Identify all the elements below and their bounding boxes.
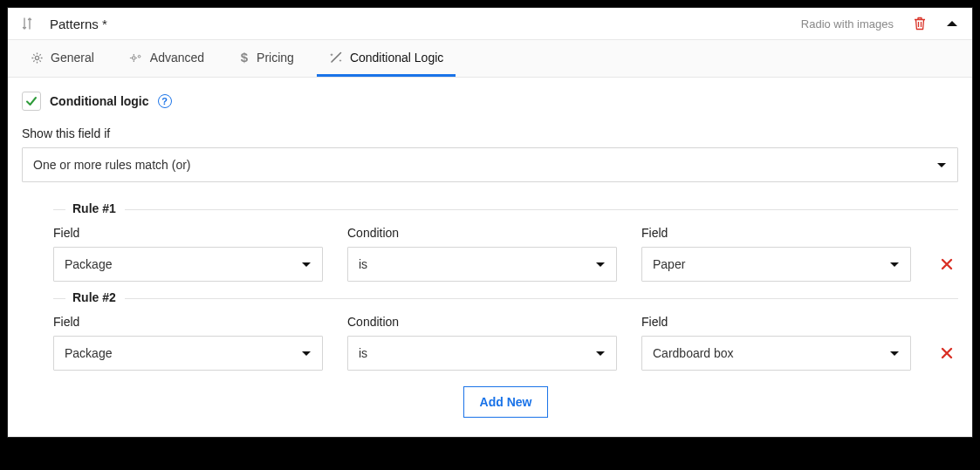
rule-condition-select[interactable]: is	[347, 247, 617, 282]
rule-condition-column: Condition is	[347, 315, 617, 371]
chevron-down-icon	[301, 346, 312, 360]
add-rule-button[interactable]: Add New	[463, 386, 549, 418]
field-type-label: Radio with images	[801, 17, 894, 31]
chevron-down-icon	[889, 346, 900, 360]
remove-rule-button[interactable]	[935, 336, 958, 371]
column-label: Field	[641, 315, 911, 329]
drag-handle-icon[interactable]	[20, 17, 34, 31]
enable-label: Conditional logic	[50, 94, 149, 108]
tab-general[interactable]: General	[18, 40, 106, 77]
delete-button[interactable]	[911, 15, 929, 32]
rule-legend: Rule #2	[65, 290, 125, 304]
chevron-down-icon	[301, 257, 312, 271]
column-label: Field	[53, 315, 323, 329]
rule-field-value: Package	[65, 257, 301, 271]
trash-icon	[913, 17, 927, 31]
svg-point-0	[35, 56, 38, 59]
rule-field-select[interactable]: Package	[53, 247, 323, 282]
rule-row: Field Package Condition is	[53, 315, 958, 371]
checkmark-icon	[25, 95, 38, 107]
tab-label: Pricing	[257, 51, 294, 65]
close-icon	[941, 258, 953, 270]
match-mode-select[interactable]: One or more rules match (or)	[22, 147, 958, 182]
column-label: Field	[53, 226, 323, 240]
rule-value-value: Cardboard box	[653, 346, 889, 360]
chevron-down-icon	[595, 346, 606, 360]
rule-value-value: Paper	[653, 257, 889, 271]
chevron-down-icon	[595, 257, 606, 271]
svg-text:$: $	[241, 51, 249, 65]
tab-label: Advanced	[150, 51, 204, 65]
enable-conditional-row: Conditional logic ?	[22, 92, 958, 111]
tab-content: Conditional logic ? Show this field if O…	[8, 78, 972, 437]
rule-value-column: Field Cardboard box	[641, 315, 911, 371]
show-if-label: Show this field if	[22, 126, 958, 140]
rule-field-value: Package	[65, 346, 301, 360]
chevron-up-icon	[946, 19, 958, 28]
column-label: Field	[641, 226, 911, 240]
rule-condition-value: is	[359, 346, 595, 360]
panel-header: Patterns * Radio with images	[8, 8, 972, 40]
match-mode-value: One or more rules match (or)	[33, 158, 936, 172]
field-editor-panel: Patterns * Radio with images General Adv…	[7, 7, 973, 438]
rule-value-select[interactable]: Paper	[641, 247, 911, 282]
rule-condition-select[interactable]: is	[347, 336, 617, 371]
rule-value-column: Field Paper	[641, 226, 911, 282]
tab-label: General	[51, 51, 94, 65]
column-label: Condition	[347, 226, 617, 240]
chevron-down-icon	[889, 257, 900, 271]
rule-group: Rule #2 Field Package Condition is	[53, 290, 958, 371]
tab-label: Conditional Logic	[350, 51, 443, 65]
rule-field-select[interactable]: Package	[53, 336, 323, 371]
close-icon	[941, 347, 953, 359]
remove-rule-button[interactable]	[935, 247, 958, 282]
rule-value-select[interactable]: Cardboard box	[641, 336, 911, 371]
rule-legend: Rule #1	[65, 201, 125, 215]
svg-point-1	[132, 56, 135, 59]
help-button[interactable]: ?	[158, 94, 172, 108]
rule-field-column: Field Package	[53, 226, 323, 282]
rule-row: Field Package Condition is	[53, 226, 958, 282]
rule-condition-column: Condition is	[347, 226, 617, 282]
enable-checkbox[interactable]	[22, 92, 41, 111]
collapse-button[interactable]	[944, 17, 960, 30]
tab-pricing[interactable]: $ Pricing	[227, 40, 306, 77]
rule-field-column: Field Package	[53, 315, 323, 371]
tab-conditional-logic[interactable]: Conditional Logic	[317, 40, 456, 77]
svg-point-2	[138, 55, 140, 58]
gears-icon	[129, 51, 143, 65]
magic-wand-icon	[329, 51, 343, 65]
chevron-down-icon	[936, 158, 947, 172]
gear-icon	[31, 51, 44, 65]
column-label: Condition	[347, 315, 617, 329]
rules-container: Rule #1 Field Package Condition is	[22, 201, 958, 418]
rule-condition-value: is	[359, 257, 595, 271]
tab-bar: General Advanced $ Pricing Conditional L…	[8, 40, 972, 78]
panel-title: Patterns *	[50, 17, 107, 31]
tab-advanced[interactable]: Advanced	[117, 40, 216, 77]
rule-group: Rule #1 Field Package Condition is	[53, 201, 958, 282]
dollar-icon: $	[239, 51, 250, 65]
